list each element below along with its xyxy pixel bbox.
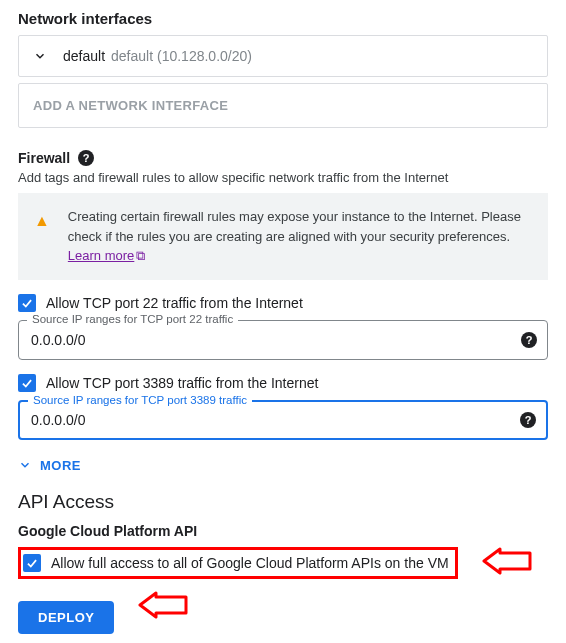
source-ip-3389-label: Source IP ranges for TCP port 3389 traff…: [28, 394, 252, 406]
deploy-button[interactable]: DEPLOY: [18, 601, 114, 634]
source-ip-3389-field[interactable]: Source IP ranges for TCP port 3389 traff…: [18, 400, 548, 440]
allow-full-api-label: Allow full access to all of Google Cloud…: [51, 555, 449, 571]
source-ip-22-field[interactable]: Source IP ranges for TCP port 22 traffic…: [18, 320, 548, 360]
allow-tcp-3389-label: Allow TCP port 3389 traffic from the Int…: [46, 375, 318, 391]
learn-more-link[interactable]: Learn more: [68, 248, 134, 263]
chevron-down-icon: [33, 49, 47, 63]
network-interface-row[interactable]: default default (10.128.0.0/20): [18, 35, 548, 77]
external-link-icon: ⧉: [136, 248, 145, 263]
allow-tcp-22-checkbox[interactable]: [18, 294, 36, 312]
annotation-arrow-icon: [476, 547, 532, 578]
allow-tcp-3389-checkbox[interactable]: [18, 374, 36, 392]
allow-full-api-checkbox[interactable]: [23, 554, 41, 572]
help-icon[interactable]: ?: [78, 150, 94, 166]
allow-tcp-22-label: Allow TCP port 22 traffic from the Inter…: [46, 295, 303, 311]
help-icon[interactable]: ?: [521, 332, 537, 348]
more-button[interactable]: MORE: [18, 458, 548, 473]
source-ip-3389-value: 0.0.0.0/0: [31, 412, 86, 428]
network-interface-name: default: [63, 48, 105, 64]
network-interfaces-title: Network interfaces: [18, 10, 548, 27]
api-subhead: Google Cloud Platform API: [18, 523, 548, 539]
help-icon[interactable]: ?: [520, 412, 536, 428]
source-ip-22-label: Source IP ranges for TCP port 22 traffic: [27, 313, 238, 325]
firewall-label: Firewall: [18, 150, 70, 166]
chevron-down-icon: [18, 458, 32, 472]
network-interface-detail: default (10.128.0.0/20): [111, 48, 252, 64]
annotation-arrow-icon: [132, 591, 188, 622]
firewall-warning: ▲ Creating certain firewall rules may ex…: [18, 193, 548, 280]
source-ip-22-value: 0.0.0.0/0: [31, 332, 86, 348]
api-access-title: API Access: [18, 491, 548, 513]
firewall-subtext: Add tags and firewall rules to allow spe…: [18, 170, 548, 185]
warning-text: Creating certain firewall rules may expo…: [68, 209, 521, 244]
annotation-box: Allow full access to all of Google Cloud…: [18, 547, 458, 579]
add-network-interface-button[interactable]: ADD A NETWORK INTERFACE: [18, 83, 548, 128]
warning-icon: ▲: [34, 209, 50, 266]
